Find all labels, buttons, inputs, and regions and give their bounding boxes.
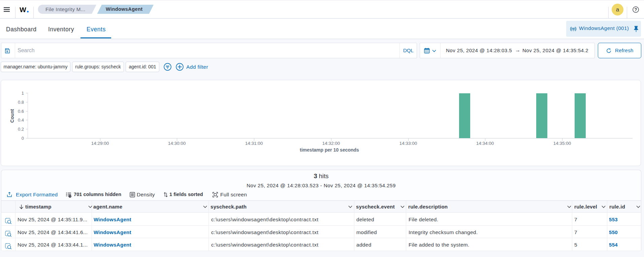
- svg-text:?: ?: [635, 7, 637, 12]
